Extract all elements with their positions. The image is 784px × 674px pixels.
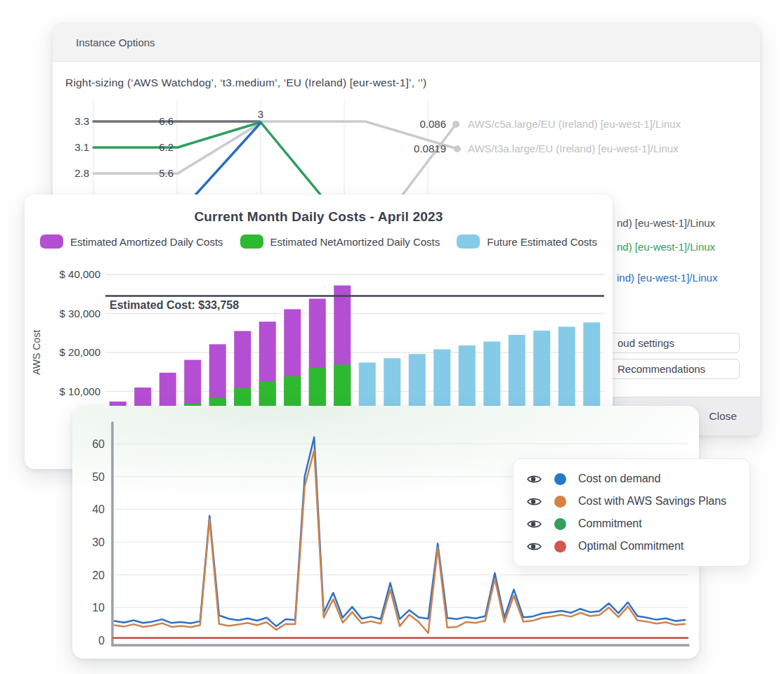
series-color-dot bbox=[554, 541, 566, 553]
instance-label-clipped: nd) [eu-west-1]/Linux bbox=[617, 217, 716, 229]
amortized-label: Estimated Amortized Daily Costs bbox=[70, 236, 223, 248]
y-axis-tick: 60 bbox=[92, 438, 105, 450]
label-dot bbox=[452, 121, 459, 128]
legend-item-netamortized[interactable]: Estimated NetAmortized Daily Costs bbox=[240, 234, 440, 249]
series-label: Cost on demand bbox=[578, 473, 660, 485]
instance-label-clipped: nd) [eu-west-1]/Linux bbox=[617, 241, 716, 253]
cloud-settings-button-label: oud settings bbox=[618, 337, 674, 349]
legend-row-savings-plans[interactable]: Cost with AWS Savings Plans bbox=[526, 490, 737, 513]
visibility-eye-icon[interactable] bbox=[526, 474, 542, 484]
y-axis-tick: 50 bbox=[92, 471, 105, 483]
visibility-eye-icon[interactable] bbox=[526, 541, 542, 552]
axis-tick: 5.6 bbox=[159, 167, 174, 179]
y-axis-tick: 0 bbox=[98, 635, 105, 647]
dialog-title: Instance Options bbox=[76, 37, 155, 48]
axis-tick: 3.3 bbox=[74, 115, 89, 127]
label-dot bbox=[454, 145, 461, 152]
y-axis-tick: $ 20,000 bbox=[60, 346, 100, 358]
axis-tick: 3 bbox=[258, 108, 263, 120]
future-swatch bbox=[457, 234, 480, 249]
netamortized-label: Estimated NetAmortized Daily Costs bbox=[270, 236, 440, 248]
legend-row-optimal-commitment[interactable]: Optimal Commitment bbox=[526, 535, 737, 557]
dialog-header: Instance Options bbox=[53, 23, 760, 62]
y-axis-tick: 10 bbox=[92, 602, 105, 614]
netamortized-swatch bbox=[240, 234, 263, 249]
recommendations-button-label: Recommendations bbox=[618, 363, 705, 375]
visibility-eye-icon[interactable] bbox=[526, 496, 542, 507]
series-color-dot bbox=[554, 473, 566, 485]
series-label: Optimal Commitment bbox=[578, 540, 684, 553]
y-axis-tick: 40 bbox=[92, 503, 105, 515]
y-axis-tick: 20 bbox=[92, 569, 105, 581]
y-axis-tick: $ 40,000 bbox=[60, 268, 100, 280]
series-color-dot bbox=[554, 496, 566, 508]
legend-row-cost-on-demand[interactable]: Cost on demand bbox=[526, 468, 737, 490]
series-label: Commitment bbox=[578, 517, 642, 530]
instance-label: AWS/c5a.large/EU (Ireland) [eu-west-1]/L… bbox=[468, 118, 681, 130]
legend-row-commitment[interactable]: Commitment bbox=[526, 513, 737, 535]
axis-tick: 0.086 bbox=[419, 118, 446, 130]
rightsizing-chart-title: Right-sizing (‘AWS Watchdog’, ‘t3.medium… bbox=[65, 77, 426, 89]
axis-tick: 6.2 bbox=[159, 141, 174, 153]
legend-item-future[interactable]: Future Estimated Costs bbox=[457, 234, 597, 249]
axis-tick: 6.6 bbox=[159, 115, 174, 127]
axis-tick: 3.1 bbox=[74, 141, 89, 153]
instance-label: AWS/t3a.large/EU (Ireland) [eu-west-1]/L… bbox=[468, 143, 679, 154]
estimated-cost-annotation: Estimated Cost: $33,758 bbox=[110, 299, 239, 311]
legend-item-amortized[interactable]: Estimated Amortized Daily Costs bbox=[40, 234, 223, 249]
y-axis-tick: $ 30,000 bbox=[60, 308, 100, 319]
series-legend: Cost on demand Cost with AWS Savings Pla… bbox=[513, 458, 750, 567]
series-label: Cost with AWS Savings Plans bbox=[578, 495, 726, 508]
amortized-swatch bbox=[40, 234, 63, 249]
axis-tick: 0.0819 bbox=[414, 143, 446, 154]
close-button[interactable]: Close bbox=[709, 410, 737, 423]
parallel-line-green-option bbox=[93, 122, 327, 202]
daily-costs-legend: Estimated Amortized Daily Costs Estimate… bbox=[25, 234, 613, 249]
y-axis-title: AWS Cost bbox=[31, 330, 42, 375]
y-axis-tick: 30 bbox=[92, 536, 105, 548]
series-color-dot bbox=[554, 518, 566, 530]
y-axis-tick: $ 10,000 bbox=[60, 385, 100, 397]
screen: Instance Options Right-sizing (‘AWS Watc… bbox=[0, 0, 784, 674]
parallel-line-gray-b bbox=[397, 124, 456, 202]
daily-costs-title: Current Month Daily Costs - April 2023 bbox=[25, 209, 613, 225]
visibility-eye-icon[interactable] bbox=[526, 519, 542, 529]
axis-tick: 2.8 bbox=[74, 167, 89, 179]
future-label: Future Estimated Costs bbox=[487, 236, 597, 248]
instance-label-clipped: ind) [eu-west-1]/Linux bbox=[617, 272, 718, 284]
